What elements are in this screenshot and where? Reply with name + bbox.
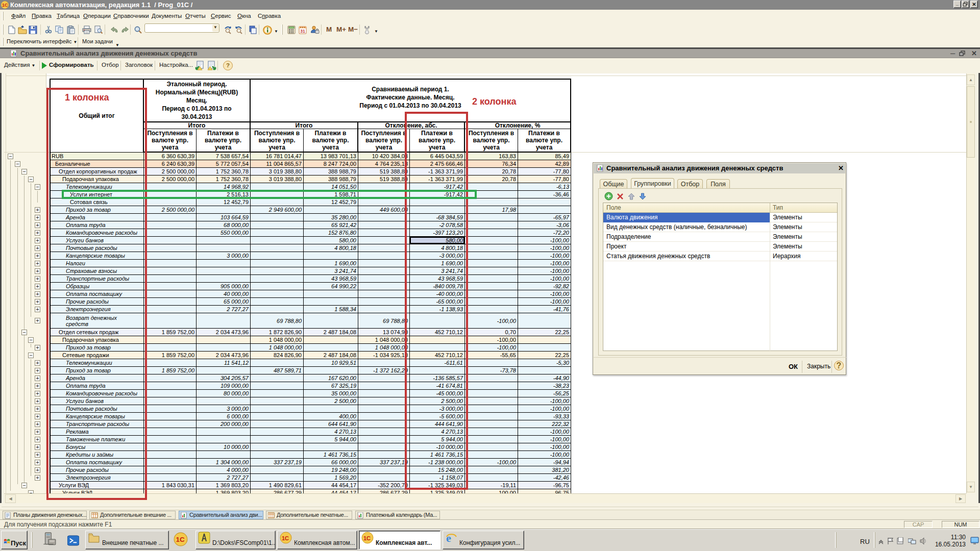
svg-text:1С: 1С xyxy=(363,535,371,541)
svg-text:1С: 1С xyxy=(282,535,289,541)
svg-text:1С: 1С xyxy=(2,3,8,8)
svg-text:31: 31 xyxy=(300,29,305,34)
svg-text:1С: 1С xyxy=(176,536,184,543)
svg-text:e: e xyxy=(446,532,451,544)
